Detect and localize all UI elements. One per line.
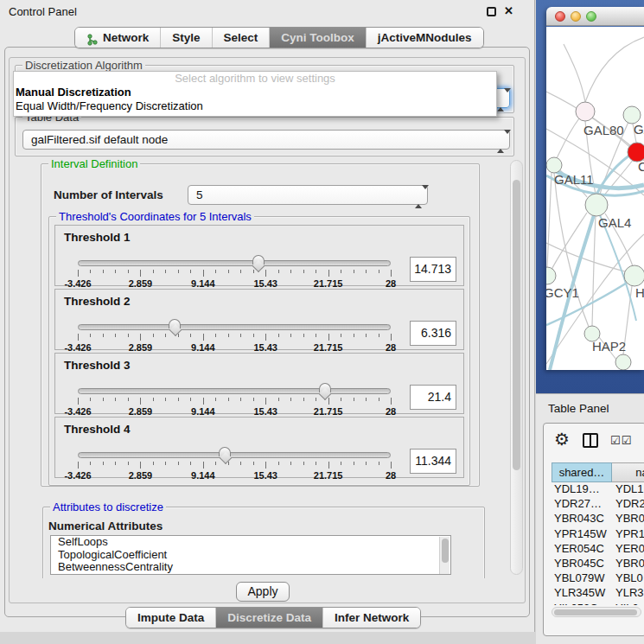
gear-icon[interactable]: ⚙ bbox=[554, 430, 570, 448]
threshold-slider[interactable]: -3.4262.8599.14415.4321.71528 bbox=[78, 388, 391, 414]
network-node-label: GAL80 bbox=[583, 123, 624, 137]
cell-name[interactable]: YBR0 bbox=[612, 557, 644, 571]
column-header-shared-name[interactable]: shared… bbox=[552, 462, 612, 482]
threshold-slider[interactable]: -3.4262.8599.14415.4321.71528 bbox=[78, 260, 391, 286]
table-row[interactable]: YBR043CYBR0 bbox=[552, 512, 644, 526]
interval-definition-group: Interval Definition Number of Intervals … bbox=[41, 163, 480, 487]
slider-track[interactable] bbox=[78, 452, 391, 458]
cell-name[interactable]: YDL1 bbox=[612, 482, 644, 497]
cell-name[interactable]: YDR2 bbox=[612, 497, 644, 512]
threshold-slider[interactable]: -3.4262.8599.14415.4321.71528 bbox=[78, 324, 391, 350]
threshold-value-field[interactable]: 11.344 bbox=[410, 449, 456, 474]
table-row[interactable]: YBR045CYBR0 bbox=[552, 557, 644, 571]
cell-shared-name[interactable]: YBR045C bbox=[552, 557, 612, 571]
numerical-attributes-list[interactable]: SelfLoopsTopologicalCoefficientBetweenne… bbox=[50, 535, 451, 575]
popup-option-manual-discretization[interactable]: Manual Discretization bbox=[14, 86, 496, 99]
scrollbar-thumb[interactable] bbox=[554, 609, 637, 615]
tab-select[interactable]: Select bbox=[212, 28, 270, 48]
table-row[interactable]: YDR27…YDR2 bbox=[552, 497, 644, 512]
table-row[interactable]: YLR345WYLR3 bbox=[552, 586, 644, 601]
threshold-value-field[interactable]: 6.316 bbox=[410, 321, 456, 346]
minimize-traffic-light[interactable] bbox=[571, 11, 581, 22]
cell-name[interactable]: YER0 bbox=[612, 542, 644, 557]
apply-button[interactable]: Apply bbox=[236, 582, 290, 602]
attribute-list-item[interactable]: TopologicalCoefficient bbox=[51, 549, 450, 562]
columns-icon[interactable] bbox=[583, 433, 598, 448]
scrollbar-thumb[interactable] bbox=[513, 180, 520, 470]
cell-name[interactable]: YIL0 bbox=[612, 602, 644, 606]
float-window-icon[interactable] bbox=[487, 7, 496, 16]
attribute-list-item[interactable]: BetweennessCentrality bbox=[51, 561, 450, 574]
cell-shared-name[interactable]: YBR043C bbox=[552, 512, 612, 526]
network-canvas[interactable]: GAL80GACGAL11GAL4GCY1HAHAP2 bbox=[546, 27, 644, 370]
network-node[interactable] bbox=[546, 157, 562, 173]
slider-track[interactable] bbox=[78, 388, 391, 394]
network-node[interactable] bbox=[623, 106, 641, 124]
cell-shared-name[interactable]: YDL19… bbox=[552, 482, 612, 497]
cell-shared-name[interactable]: YPR145W bbox=[552, 527, 612, 542]
tab-style[interactable]: Style bbox=[160, 28, 211, 48]
network-node[interactable] bbox=[585, 194, 608, 216]
select-columns-checkboxes-icon[interactable]: ☑☑ bbox=[610, 434, 632, 447]
network-edge[interactable] bbox=[592, 216, 596, 326]
cell-name[interactable]: YBL0 bbox=[612, 571, 644, 586]
settings-vertical-scrollbar[interactable] bbox=[510, 160, 523, 575]
tab-network[interactable]: Network bbox=[75, 28, 160, 48]
tab-impute-data[interactable]: Impute Data bbox=[126, 608, 215, 628]
number-of-intervals-value: 5 bbox=[196, 186, 203, 204]
slider-thumb[interactable] bbox=[219, 447, 231, 456]
network-edge[interactable] bbox=[552, 213, 587, 270]
cell-shared-name[interactable]: YIL052C bbox=[552, 602, 612, 606]
network-edge[interactable] bbox=[585, 37, 644, 102]
slider-ticks bbox=[78, 270, 391, 277]
slider-track[interactable] bbox=[78, 324, 391, 330]
cell-name[interactable]: YLR3 bbox=[612, 586, 644, 601]
tab-discretize-data-label: Discretize Data bbox=[227, 608, 311, 628]
control-panel: Control Panel ✕ Network Style Select Cyn… bbox=[0, 0, 535, 632]
zoom-traffic-light[interactable] bbox=[586, 11, 596, 22]
close-icon[interactable]: ✕ bbox=[504, 4, 513, 17]
network-edge[interactable] bbox=[547, 173, 552, 267]
network-node[interactable] bbox=[576, 102, 595, 121]
table-row[interactable]: YPR145WYPR1 bbox=[552, 527, 644, 542]
tab-infer-network[interactable]: Infer Network bbox=[322, 608, 420, 628]
threshold-value-field[interactable]: 21.4 bbox=[410, 385, 456, 410]
slider-thumb[interactable] bbox=[319, 383, 331, 392]
slider-ticks bbox=[78, 334, 391, 341]
cell-shared-name[interactable]: YLR345W bbox=[552, 586, 612, 601]
table-row[interactable]: YIL052CYIL0 bbox=[552, 602, 644, 606]
popup-option-equal-width[interactable]: Equal Width/Frequency Discretization bbox=[14, 99, 496, 113]
network-edge[interactable] bbox=[564, 44, 585, 102]
number-of-intervals-combobox[interactable]: 5 bbox=[188, 185, 428, 205]
network-window-titlebar[interactable] bbox=[546, 7, 644, 26]
cell-shared-name[interactable]: YDR27… bbox=[552, 497, 612, 512]
slider-thumb[interactable] bbox=[252, 255, 265, 265]
cyni-toolbox-pane: Discretization Algorithm Select algorith… bbox=[4, 47, 530, 617]
threshold-value-field[interactable]: 14.713 bbox=[410, 257, 456, 282]
close-traffic-light[interactable] bbox=[555, 11, 565, 22]
table-horizontal-scrollbar[interactable] bbox=[552, 607, 641, 617]
table-data-combobox[interactable]: galFiltered.sif default node bbox=[22, 130, 510, 150]
slider-track[interactable] bbox=[78, 260, 391, 266]
tab-jactivemnodules[interactable]: jActiveMNodules bbox=[366, 28, 483, 48]
network-node[interactable] bbox=[546, 267, 556, 284]
tab-discretize-data[interactable]: Discretize Data bbox=[215, 608, 322, 628]
network-node[interactable] bbox=[615, 354, 631, 370]
cell-name[interactable]: YPR1 bbox=[612, 527, 644, 542]
table-row[interactable]: YBL079WYBL0 bbox=[552, 571, 644, 586]
cell-shared-name[interactable]: YBL079W bbox=[552, 571, 612, 586]
threshold-slider[interactable]: -3.4262.8599.14415.4321.71528 bbox=[78, 452, 391, 478]
network-edge[interactable] bbox=[557, 118, 579, 158]
network-node-label: GCY1 bbox=[546, 285, 579, 300]
table-row[interactable]: YER054CYER0 bbox=[552, 542, 644, 557]
slider-thumb[interactable] bbox=[169, 319, 181, 328]
cell-shared-name[interactable]: YER054C bbox=[552, 542, 612, 557]
cell-name[interactable]: YBR0 bbox=[612, 512, 644, 526]
table-row[interactable]: YDL19…YDL1 bbox=[552, 482, 644, 497]
column-header-name[interactable]: na bbox=[612, 462, 644, 482]
attributes-list-scrollbar[interactable] bbox=[439, 537, 450, 574]
attribute-list-item[interactable]: SelfLoops bbox=[51, 536, 450, 549]
threshold-row-3: Threshold 3-3.4262.8599.14415.4321.71528… bbox=[54, 353, 464, 414]
network-node[interactable] bbox=[624, 265, 644, 286]
tab-cyni-toolbox[interactable]: Cyni Toolbox bbox=[269, 28, 366, 48]
